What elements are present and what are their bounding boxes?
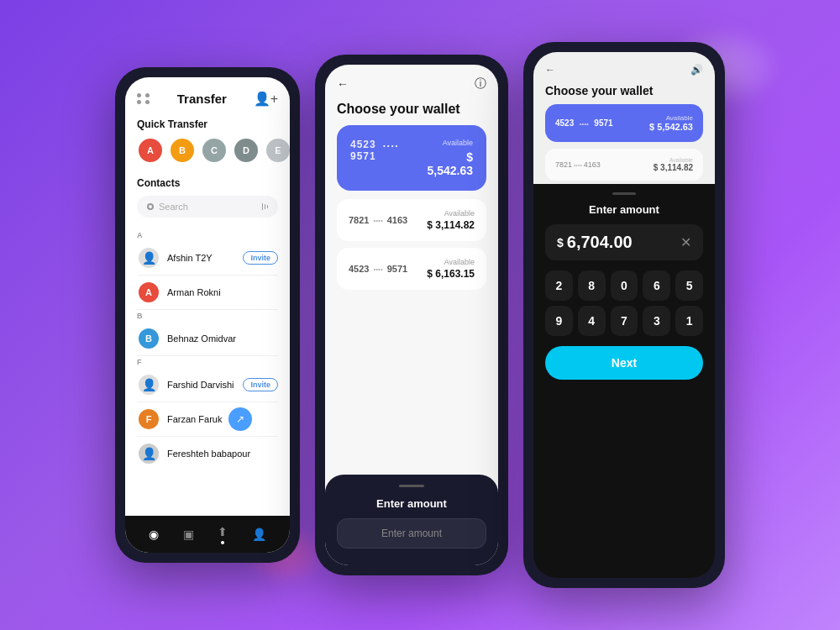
currency-symbol: $: [557, 236, 564, 249]
choose-wallet-title: Choose your wallet: [325, 98, 498, 125]
info-icon[interactable]: ⓘ: [475, 76, 486, 92]
numkey-5[interactable]: 5: [675, 270, 703, 301]
avatar: B: [137, 327, 160, 350]
available-label-p3: Available: [654, 157, 693, 163]
avatar: 👤: [137, 246, 160, 270]
contact-name: Afshin T2Y: [167, 253, 213, 263]
list-item: B Behnaz Omidvar: [125, 322, 290, 355]
available-label: Available: [427, 258, 475, 266]
available-label: Available: [427, 209, 475, 218]
numkey-8[interactable]: 8: [578, 270, 606, 301]
transfer-title: Transfer: [177, 92, 227, 106]
sheet-handle-p3: [612, 192, 636, 195]
numkey-0[interactable]: 0: [611, 270, 638, 301]
bottom-nav: ◉ ▣ ⬆ 👤: [125, 516, 290, 553]
avatar: A: [137, 281, 160, 304]
nav-profile[interactable]: 👤: [252, 527, 266, 542]
numpad: 2 8 0 6 5 9 4 7 3 1: [545, 270, 703, 336]
amount-display: $ 6,704.00 ✕: [545, 224, 703, 260]
avatar[interactable]: A: [137, 137, 164, 164]
transfer-icon: ⬆: [218, 525, 228, 538]
numkey-4[interactable]: 4: [578, 306, 606, 336]
card-number-suffix: 9571: [350, 150, 376, 162]
next-button[interactable]: Next: [545, 346, 703, 380]
amount-p3: $ 3,114.82: [654, 163, 693, 172]
phone-transfer: Transfer 👤+ Quick Transfer A B C D E F: [115, 67, 300, 563]
wallet-icon: ▣: [183, 528, 194, 541]
p3-wallet-card-selected[interactable]: 4523 •••• 9571 Available $ 5,542.63: [545, 104, 703, 142]
list-item: 👤 Farshid Darvishi Invite: [125, 368, 290, 402]
p3-wallet-card[interactable]: 7821 •••• 4163 Available $ 3,114.82: [545, 149, 703, 181]
contacts-label: Contacts: [137, 177, 278, 189]
invite-button[interactable]: Invite: [243, 378, 278, 391]
wallet-card[interactable]: 4523 •••• 9571 Available $ 6,163.15: [337, 248, 486, 290]
alpha-f: F: [125, 356, 290, 368]
phone-choose-wallet: ← ⓘ Choose your wallet 4523 •••• 9571: [315, 55, 508, 575]
choose-wallet-title-p3: Choose your wallet: [545, 84, 703, 104]
back-icon-p3[interactable]: ←: [545, 64, 555, 76]
card-number-prefix: 4523: [350, 139, 376, 150]
wallet-card-selected[interactable]: 4523 •••• 9571 Available $ 5,542.63: [337, 125, 486, 191]
avatar[interactable]: E: [265, 137, 290, 164]
contact-name: Farshid Darvishi: [167, 380, 234, 390]
available-label: Available: [423, 139, 473, 147]
wallet-amount: $ 6,163.15: [427, 268, 475, 280]
available-label-p3: Available: [649, 114, 693, 122]
numkey-7[interactable]: 7: [611, 306, 638, 336]
enter-amount-label-p3: Enter amount: [545, 203, 703, 216]
nav-chart[interactable]: ◉: [149, 527, 159, 542]
amount-input[interactable]: Enter amount: [337, 518, 486, 549]
search-icon: [147, 203, 154, 210]
quick-transfer-label: Quick Transfer: [137, 118, 278, 130]
avatar[interactable]: D: [233, 137, 260, 164]
avatar[interactable]: B: [169, 137, 196, 164]
numkey-9[interactable]: 9: [545, 306, 573, 336]
nav-transfer[interactable]: ⬆: [218, 524, 228, 544]
clear-button[interactable]: ✕: [680, 234, 691, 250]
card-info: 4523 •••• 9571: [349, 264, 407, 274]
card-dots: ••••: [383, 142, 399, 150]
numkey-3[interactable]: 3: [643, 306, 670, 336]
card-balance: Available $ 6,163.15: [427, 258, 475, 280]
screens-container: Transfer 👤+ Quick Transfer A B C D E F: [98, 25, 742, 605]
contact-name: Fereshteh babapour: [167, 449, 250, 459]
list-item: F Farzan Faruk ↗: [125, 402, 290, 436]
phone-numpad: ← 🔊 Choose your wallet 4523 •••• 9571 Av…: [523, 42, 725, 588]
back-icon[interactable]: ←: [337, 77, 349, 91]
avatar: F: [137, 407, 160, 431]
wallet-card[interactable]: 7821 •••• 4163 Available $ 3,114.82: [337, 199, 486, 241]
quick-transfer-avatars: A B C D E F: [137, 137, 278, 164]
sheet-handle: [399, 485, 424, 487]
contact-name: Arman Rokni: [167, 287, 221, 297]
numkey-1[interactable]: 1: [675, 306, 703, 336]
fab-transfer-button[interactable]: ↗: [228, 407, 252, 431]
amount-value: 6,704.00: [567, 233, 680, 252]
enter-amount-title: Enter amount: [337, 497, 486, 510]
profile-icon: 👤: [252, 528, 266, 541]
list-item: 👤 Afshin T2Y Invite: [125, 241, 290, 275]
invite-button[interactable]: Invite: [243, 251, 278, 265]
avatar[interactable]: C: [201, 137, 228, 164]
menu-icon[interactable]: [137, 93, 150, 104]
search-input[interactable]: Search: [137, 196, 278, 218]
wallet-amount: $ 5,542.63: [423, 150, 473, 177]
contact-name: Farzan Faruk: [167, 414, 222, 424]
chart-icon: ◉: [149, 528, 159, 541]
numkey-2[interactable]: 2: [545, 270, 573, 301]
avatar: 👤: [137, 373, 160, 396]
card-balance: Available $ 3,114.82: [427, 209, 475, 231]
filter-icon[interactable]: [262, 203, 268, 210]
wallet-amount: $ 3,114.82: [427, 219, 475, 231]
list-item: A Arman Rokni: [125, 276, 290, 309]
p3-bottom-sheet: Enter amount $ 6,704.00 ✕ 2 8 0 6 5 9 4 …: [533, 184, 715, 578]
card-info: 7821 •••• 4163: [349, 215, 407, 225]
add-person-icon[interactable]: 👤+: [254, 91, 278, 107]
avatar: 👤: [137, 442, 160, 465]
alpha-b: B: [125, 310, 290, 322]
search-placeholder: Search: [159, 202, 257, 212]
numkey-6[interactable]: 6: [643, 270, 670, 301]
info-icon-p3[interactable]: 🔊: [690, 64, 703, 76]
list-item: 👤 Fereshteh babapour: [125, 437, 290, 470]
amount-p3: $ 5,542.63: [649, 122, 693, 132]
nav-wallet[interactable]: ▣: [183, 527, 194, 542]
